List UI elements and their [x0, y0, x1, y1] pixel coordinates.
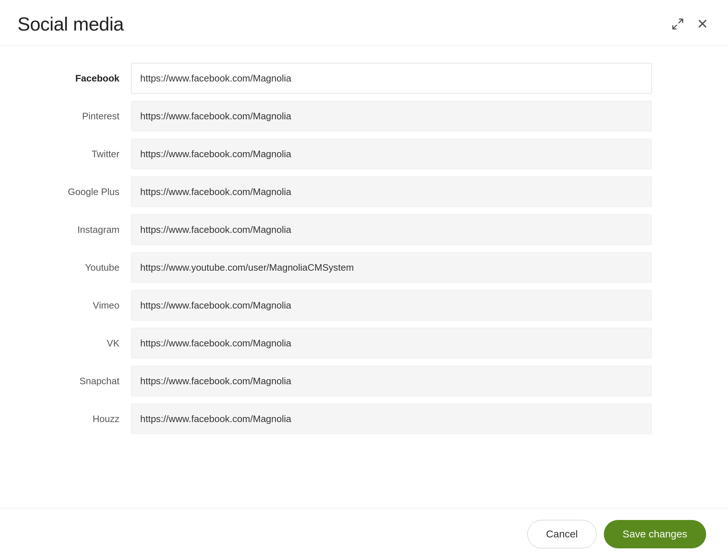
- label-vimeo: Vimeo: [29, 300, 131, 311]
- close-icon[interactable]: ✕: [694, 16, 711, 32]
- input-youtube[interactable]: [131, 252, 652, 283]
- expand-icon[interactable]: [670, 16, 686, 32]
- input-google-plus[interactable]: [131, 176, 652, 207]
- input-vk[interactable]: [131, 328, 652, 358]
- input-snapchat[interactable]: [131, 366, 652, 396]
- form-row-houzz: Houzz: [29, 404, 699, 434]
- form-row-pinterest: Pinterest: [29, 101, 699, 131]
- label-vk: VK: [29, 338, 131, 349]
- label-youtube: Youtube: [29, 262, 131, 273]
- label-snapchat: Snapchat: [29, 376, 131, 387]
- form-row-facebook: Facebook: [29, 63, 699, 94]
- social-media-dialog: Social media ✕ FacebookPinterestTwitterG…: [0, 0, 728, 560]
- input-instagram[interactable]: [131, 214, 652, 245]
- dialog-content: FacebookPinterestTwitterGoogle PlusInsta…: [0, 45, 728, 508]
- dialog-title: Social media: [17, 13, 124, 35]
- form-row-snapchat: Snapchat: [29, 366, 699, 396]
- save-changes-button[interactable]: Save changes: [604, 520, 706, 548]
- input-vimeo[interactable]: [131, 290, 652, 321]
- form-row-vimeo: Vimeo: [29, 290, 699, 321]
- label-google-plus: Google Plus: [29, 186, 131, 198]
- form-row-twitter: Twitter: [29, 139, 699, 169]
- form-row-vk: VK: [29, 328, 699, 358]
- dialog-footer: Cancel Save changes: [0, 508, 728, 560]
- label-facebook: Facebook: [29, 73, 131, 84]
- input-facebook[interactable]: [131, 63, 652, 94]
- input-pinterest[interactable]: [131, 101, 652, 131]
- input-twitter[interactable]: [131, 139, 652, 169]
- form-row-google-plus: Google Plus: [29, 176, 699, 207]
- dialog-header: Social media ✕: [0, 0, 728, 45]
- label-pinterest: Pinterest: [29, 111, 131, 122]
- label-instagram: Instagram: [29, 224, 131, 235]
- form-row-youtube: Youtube: [29, 252, 699, 283]
- input-houzz[interactable]: [131, 404, 652, 434]
- form-row-instagram: Instagram: [29, 214, 699, 245]
- label-twitter: Twitter: [29, 148, 131, 160]
- label-houzz: Houzz: [29, 413, 131, 425]
- svg-line-0: [679, 19, 683, 23]
- cancel-button[interactable]: Cancel: [527, 520, 596, 548]
- header-actions: ✕: [670, 16, 711, 32]
- svg-line-1: [673, 25, 677, 29]
